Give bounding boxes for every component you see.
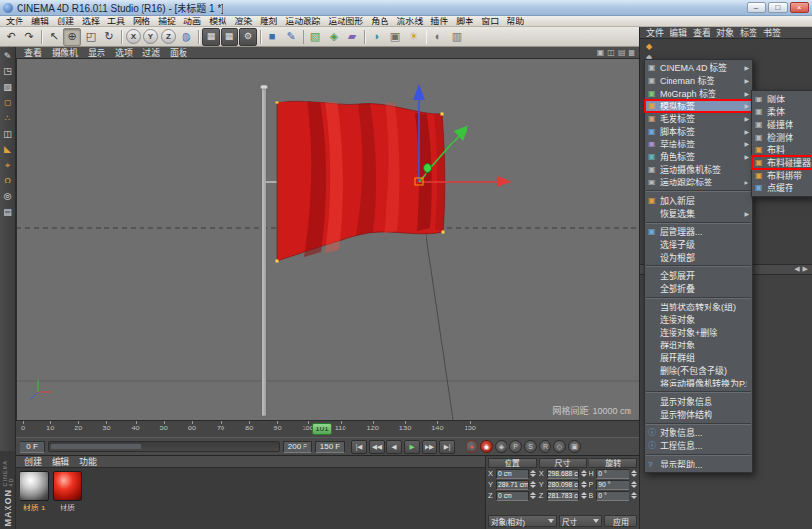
- spinner[interactable]: [530, 470, 537, 477]
- texture-mode-icon[interactable]: ▨: [1, 81, 15, 94]
- context-menu-item[interactable]: 设为根部: [645, 251, 752, 264]
- submenu-item[interactable]: ▣ 柔体: [752, 105, 812, 118]
- keyframe-selection-button[interactable]: ◈: [495, 440, 508, 453]
- context-menu-item[interactable]: 显示物体结构: [645, 408, 752, 421]
- context-menu-item[interactable]: ▣ 模拟标签 ▶: [645, 100, 752, 112]
- submenu-item[interactable]: ▣ 布料绑带: [752, 169, 812, 182]
- goto-start-button[interactable]: |◀: [351, 440, 367, 454]
- context-menu-item[interactable]: 显示对象信息: [645, 395, 752, 408]
- material-thumbnail[interactable]: [53, 471, 82, 501]
- coordinate-field[interactable]: 90 °: [596, 480, 629, 490]
- menu-item[interactable]: 雕刻: [256, 15, 281, 27]
- timeline-playhead[interactable]: 101: [312, 423, 332, 435]
- record-pla-button[interactable]: ▣: [568, 440, 581, 453]
- apply-button[interactable]: 应用: [604, 515, 637, 527]
- polygons-mode-icon[interactable]: ◣: [1, 143, 15, 156]
- record-position-button[interactable]: P: [509, 440, 522, 453]
- play-button[interactable]: ▶: [404, 440, 420, 454]
- nav-forward-icon[interactable]: ▶: [803, 265, 808, 273]
- record-parameter-button[interactable]: ◇: [553, 440, 566, 453]
- viewport-menu-item[interactable]: 过滤: [138, 46, 165, 59]
- menu-item[interactable]: 流水线: [392, 15, 426, 27]
- maximize-button[interactable]: □: [768, 2, 788, 13]
- context-menu-item[interactable]: ▣ 运动跟踪标签 ▶: [645, 176, 752, 188]
- lock-z-axis-button[interactable]: Z: [161, 29, 176, 44]
- subdivision-surface-icon[interactable]: ▧: [306, 28, 324, 46]
- om-menu-item[interactable]: 查看: [690, 26, 713, 39]
- spinner[interactable]: [580, 492, 587, 499]
- coordinate-field[interactable]: 0 °: [596, 469, 629, 479]
- model-mode-icon[interactable]: ◳: [1, 65, 15, 78]
- two-view-icon[interactable]: ◫: [607, 49, 615, 57]
- y-axis-arrowhead[interactable]: [413, 84, 425, 100]
- make-editable-icon[interactable]: ✎: [1, 50, 15, 62]
- submenu-item[interactable]: ▣ 碰撞体: [752, 118, 812, 131]
- record-rotation-button[interactable]: R: [539, 440, 551, 453]
- toolbar-icon[interactable]: [39, 29, 44, 45]
- cloth-point[interactable]: [276, 260, 279, 263]
- menu-item[interactable]: 渲染: [230, 15, 256, 27]
- previous-key-button[interactable]: ◀◀: [369, 440, 385, 454]
- viewport[interactable]: 网格间距: 10000 cm: [16, 59, 639, 420]
- nav-back-icon[interactable]: ◀: [794, 265, 799, 273]
- x-axis-arrowhead[interactable]: [497, 176, 512, 187]
- menu-item[interactable]: 选择: [78, 15, 103, 27]
- material-item[interactable]: 材质 1: [20, 471, 49, 512]
- size-mode-dropdown[interactable]: 尺寸: [559, 515, 602, 527]
- toolbar-icon[interactable]: [362, 29, 367, 45]
- viewport-solo-icon[interactable]: ◎: [1, 190, 15, 203]
- next-key-button[interactable]: ▶▶: [422, 440, 437, 454]
- context-menu-item[interactable]: 将运动摄像机转换为P.f: [645, 377, 752, 389]
- menu-item[interactable]: 工具: [103, 15, 129, 27]
- flag-pole[interactable]: [261, 85, 268, 416]
- context-menu-item[interactable]: ▣ 草绘标签 ▶: [645, 138, 752, 150]
- toolbar-icon[interactable]: [119, 29, 124, 45]
- toolbar-icon[interactable]: [424, 29, 428, 45]
- context-menu-item[interactable]: 删除(不包含子级): [645, 364, 752, 377]
- workplane-mode-icon[interactable]: ◻: [1, 97, 15, 109]
- context-menu-item[interactable]: ▣ 层管理器...: [645, 225, 752, 238]
- context-menu-item[interactable]: ⓘ 工程信息...: [645, 439, 752, 452]
- toolbar-icon[interactable]: [196, 29, 201, 45]
- viewport-menu-item[interactable]: 选项: [110, 46, 138, 59]
- end-frame-field[interactable]: 200 F: [283, 441, 312, 453]
- context-menu-item[interactable]: ▣ Cineman 标签 ▶: [645, 74, 752, 87]
- menu-item[interactable]: 编辑: [27, 15, 53, 27]
- menu-item[interactable]: 帮助: [503, 15, 528, 27]
- context-menu-item[interactable]: ▣ 脚本标签 ▶: [645, 125, 752, 138]
- move-tool-icon[interactable]: ⊕: [63, 28, 81, 46]
- spinner[interactable]: [630, 481, 637, 488]
- om-menu-item[interactable]: 文件: [643, 26, 667, 39]
- viewport-menu-item[interactable]: 查看: [20, 46, 47, 59]
- enable-axis-icon[interactable]: ⌖: [1, 159, 15, 172]
- cloth-point[interactable]: [276, 102, 279, 104]
- autokeying-button[interactable]: ◉: [480, 440, 493, 453]
- coordinate-field[interactable]: 0 °: [596, 491, 629, 501]
- viewport-menu-item[interactable]: 显示: [83, 46, 110, 59]
- context-menu-item[interactable]: ▣ 毛发标签 ▶: [645, 112, 752, 125]
- toolbar-icon[interactable]: [258, 29, 263, 45]
- material-menu-item[interactable]: 功能: [74, 455, 102, 468]
- camera-icon[interactable]: ▣: [386, 28, 404, 46]
- menu-item[interactable]: 捕捉: [154, 15, 180, 27]
- context-menu-item[interactable]: 连接对象+删除: [645, 326, 752, 339]
- coordinate-system-icon[interactable]: ◍: [178, 28, 195, 46]
- display-mode-icon[interactable]: ◐: [429, 28, 447, 46]
- lock-x-axis-button[interactable]: X: [126, 29, 141, 44]
- close-button[interactable]: ×: [790, 2, 809, 13]
- submenu-item[interactable]: ▣ 点缓存: [752, 182, 812, 194]
- spinner[interactable]: [580, 470, 587, 477]
- viewport-canvas[interactable]: 网格间距: 10000 cm: [17, 59, 640, 420]
- scale-tool-icon[interactable]: ◰: [82, 28, 100, 46]
- object-row[interactable]: ◆: [640, 41, 812, 52]
- menu-item[interactable]: 窗口: [477, 15, 503, 27]
- previous-frame-button[interactable]: ◀: [386, 440, 402, 454]
- render-settings-icon[interactable]: ⚙: [239, 28, 257, 46]
- material-menu-item[interactable]: 创建: [20, 455, 47, 468]
- coordinate-field[interactable]: 0 cm: [496, 469, 529, 479]
- minimize-button[interactable]: –: [747, 2, 766, 13]
- start-frame-field[interactable]: 0 F: [20, 441, 45, 453]
- four-view-icon[interactable]: ▦: [628, 49, 635, 57]
- single-view-icon[interactable]: ▣: [597, 49, 605, 57]
- edges-mode-icon[interactable]: ◫: [1, 128, 15, 141]
